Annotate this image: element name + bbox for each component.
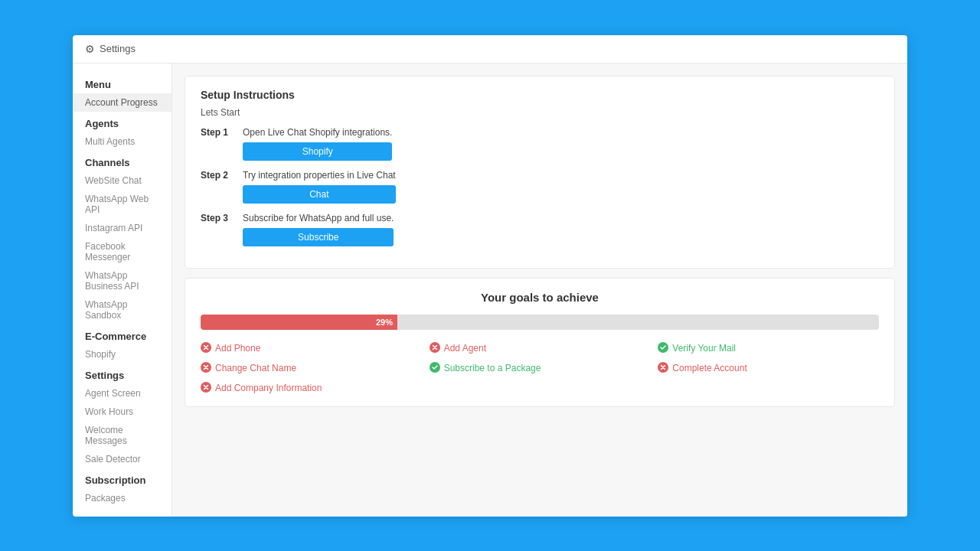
goal-x-icon <box>201 342 211 354</box>
sidebar-section-label: Menu <box>73 73 172 93</box>
goal-text: Verify Your Mail <box>672 343 736 354</box>
sidebar-item-account-progress[interactable]: Account Progress <box>73 93 172 112</box>
progress-bar-fill: 29% <box>201 315 397 330</box>
setup-subtitle: Lets Start <box>201 107 879 118</box>
sidebar-section-label: Subscription <box>73 468 172 489</box>
setup-title: Setup Instructions <box>201 89 879 101</box>
sidebar-item-sale-detector[interactable]: Sale Detector <box>73 450 172 468</box>
sidebar-item-whatsapp-web-api[interactable]: WhatsApp Web API <box>73 190 172 219</box>
sidebar-section-label: E-Commerce <box>73 324 172 345</box>
step-content: Subscribe for WhatsApp and full use.Subs… <box>243 213 394 246</box>
sidebar-item-website-chat[interactable]: WebSite Chat <box>73 171 172 190</box>
sidebar-section-label: Settings <box>73 364 172 384</box>
sidebar-item-whatsapp-sandbox[interactable]: WhatsApp Sandbox <box>73 295 172 324</box>
goal-item-subscribe-package[interactable]: Subscribe to a Package <box>430 362 651 374</box>
goal-check-icon <box>430 362 440 374</box>
goals-grid: Add PhoneAdd AgentVerify Your MailChange… <box>201 342 879 394</box>
goal-x-icon <box>658 362 668 374</box>
step-text: Subscribe for WhatsApp and full use. <box>243 213 394 223</box>
sidebar-section-label: Channels <box>73 151 172 171</box>
goal-text: Add Company Information <box>215 383 322 393</box>
goal-item-complete-account[interactable]: Complete Account <box>658 362 879 374</box>
goal-text: Complete Account <box>672 363 746 373</box>
app-body: MenuAccount ProgressAgentsMulti AgentsCh… <box>73 64 907 517</box>
step-button-shopify[interactable]: Shopify <box>243 142 392 161</box>
sidebar-item-work-hours[interactable]: Work Hours <box>73 403 172 421</box>
step-button-chat[interactable]: Chat <box>243 185 396 204</box>
gear-icon: ⚙ <box>85 43 95 55</box>
sidebar-section-label: Agents <box>73 112 172 132</box>
step-text: Try integration properties in Live Chat <box>243 170 396 181</box>
sidebar-item-welcome-messages[interactable]: Welcome Messages <box>73 421 172 450</box>
step-text: Open Live Chat Shopify integrations. <box>243 127 392 138</box>
step-row: Step 1Open Live Chat Shopify integration… <box>201 127 879 161</box>
goals-title: Your goals to achieve <box>201 291 879 304</box>
goal-text: Change Chat Name <box>215 363 296 373</box>
step-label: Step 3 <box>201 213 243 223</box>
goal-item-add-phone[interactable]: Add Phone <box>201 342 422 354</box>
goal-item-add-agent[interactable]: Add Agent <box>430 342 651 354</box>
goal-text: Add Agent <box>444 343 486 354</box>
main-content: Setup Instructions Lets Start Step 1Open… <box>172 64 907 517</box>
app-container: ⚙ Settings MenuAccount ProgressAgentsMul… <box>73 35 907 517</box>
goal-text: Add Phone <box>215 343 260 354</box>
sidebar-item-instagram-api[interactable]: Instagram API <box>73 219 172 237</box>
goal-check-icon <box>658 342 668 354</box>
step-content: Try integration properties in Live ChatC… <box>243 170 396 204</box>
progress-label: 29% <box>376 318 393 327</box>
sidebar-item-packages[interactable]: Packages <box>73 489 172 507</box>
sidebar-item-whatsapp-business-api[interactable]: WhatsApp Business API <box>73 266 172 295</box>
progress-bar-container: 29% <box>201 315 879 330</box>
sidebar-item-shopify[interactable]: Shopify <box>73 345 172 364</box>
sidebar-item-multi-agents[interactable]: Multi Agents <box>73 132 172 151</box>
step-label: Step 2 <box>201 170 243 181</box>
goal-text: Subscribe to a Package <box>444 363 541 373</box>
page-title: Settings <box>100 43 136 54</box>
goal-x-icon <box>201 382 211 394</box>
step-content: Open Live Chat Shopify integrations.Shop… <box>243 127 392 161</box>
sidebar: MenuAccount ProgressAgentsMulti AgentsCh… <box>73 64 172 517</box>
steps-container: Step 1Open Live Chat Shopify integration… <box>201 127 879 246</box>
setup-panel: Setup Instructions Lets Start Step 1Open… <box>185 76 895 269</box>
goal-x-icon <box>201 362 211 374</box>
goal-item-change-chat-name[interactable]: Change Chat Name <box>201 362 422 374</box>
goal-item-add-company-info[interactable]: Add Company Information <box>201 382 422 394</box>
app-header: ⚙ Settings <box>73 35 907 64</box>
step-label: Step 1 <box>201 127 243 138</box>
step-button-subscribe[interactable]: Subscribe <box>243 228 394 246</box>
sidebar-item-facebook-messenger[interactable]: Facebook Messenger <box>73 237 172 266</box>
goal-x-icon <box>430 342 440 354</box>
sidebar-item-agent-screen[interactable]: Agent Screen <box>73 384 172 403</box>
goals-panel: Your goals to achieve 29% Add PhoneAdd A… <box>185 278 895 407</box>
step-row: Step 2Try integration properties in Live… <box>201 170 879 204</box>
step-row: Step 3Subscribe for WhatsApp and full us… <box>201 213 879 246</box>
goal-item-verify-mail[interactable]: Verify Your Mail <box>658 342 879 354</box>
